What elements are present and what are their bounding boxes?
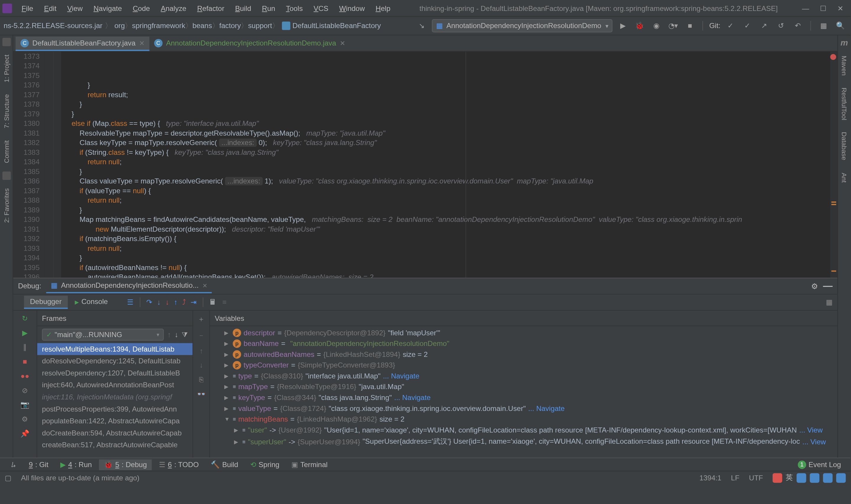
mute-breakpoints-icon[interactable]: ⊘ [22,386,28,394]
run-config-selector[interactable]: ▦ AnnotationDependencyInjectionResolutio… [432,19,613,33]
tool-window-database[interactable]: Database [841,128,848,164]
pin-icon[interactable]: 📌 [20,429,29,437]
tool-window-structure[interactable]: 7: Structure [3,91,10,132]
add-watch-icon[interactable]: ＋ [198,314,205,325]
tool-window-favorites[interactable]: 2: Favorites [3,185,10,227]
breadcrumb-segment[interactable]: support [248,21,272,30]
profile-icon[interactable]: ◔▾ [667,19,680,33]
back-icon[interactable]: ↘ [415,19,429,33]
tool-window-project[interactable]: 1: Project [3,51,10,86]
tray-icon[interactable] [810,473,819,482]
breadcrumb-class[interactable]: DefaultListableBeanFactory [292,22,381,30]
caret-position[interactable]: 1394:1 [700,473,722,482]
variable-row[interactable]: ▶≡ type = {Class@310} "interface java.ut… [213,371,835,382]
stack-frame[interactable]: createBean:517, AbstractAutowireCapable [37,439,193,451]
ime-icon[interactable] [773,473,782,482]
search-everywhere-icon[interactable]: 🔍 [834,19,847,33]
variable-row[interactable]: ▶≡ valueType = {Class@1724} "class org.x… [213,403,835,414]
step-into-icon[interactable]: ↓ [157,298,160,306]
settings-icon[interactable]: ⚙ [811,282,818,290]
navigate-link[interactable]: ... Navigate [383,372,419,380]
thread-selector[interactable]: ✓ "main"@...RUNNING ▾ [42,328,164,341]
history-icon[interactable]: ↺ [775,19,788,33]
view-link[interactable]: ... View [799,426,822,434]
variable-row[interactable]: ▶≡ mapType = {ResolvableType@1916} "java… [213,381,835,392]
layout-icon[interactable]: ▦ [826,298,832,306]
drop-frame-icon[interactable]: ⤴ [182,298,186,306]
jar-name[interactable]: ns-5.2.2.RELEASE-sources.jar [3,22,102,30]
bottom-tool-git[interactable]: 9: Git [24,459,53,470]
tool-window-maven[interactable]: Maven [841,52,848,79]
variable-row[interactable]: ▶≡ keyType = {Class@344} "class java.lan… [213,392,835,403]
hide-icon[interactable]: — [823,284,832,288]
commit-icon[interactable]: ✓ [741,19,754,33]
rerun-icon[interactable]: ↻ [22,314,28,323]
code-editor[interactable]: 1373137413751376137713781379138013811382… [13,52,837,278]
stack-frame[interactable]: postProcessProperties:399, AutowiredAnn [37,403,193,415]
step-out-icon[interactable]: ↑ [174,298,177,306]
step-over-icon[interactable]: ↷ [146,298,152,306]
prev-frame-icon[interactable]: ↑ [167,330,171,339]
close-tab-icon[interactable]: ✕ [139,39,144,47]
copy-icon[interactable]: ⎘ [199,376,203,384]
resume-icon[interactable]: ▶ [22,328,28,337]
view-link[interactable]: ... View [802,437,826,446]
tool-window-ant[interactable]: Ant [841,169,848,186]
filter-icon[interactable]: ⧩ [182,330,188,339]
update-project-icon[interactable]: ✓ [724,19,737,33]
breadcrumb-segment[interactable]: factory [219,21,241,30]
stack-frame[interactable]: populateBean:1422, AbstractAutowireCapa [37,415,193,427]
navigate-link[interactable]: ... Navigate [528,404,565,412]
up-icon[interactable]: ↑ [199,346,203,355]
menu-window[interactable]: Window [334,1,370,15]
breadcrumb-segment[interactable]: org [114,21,125,30]
breadcrumb-segment[interactable]: beans [192,21,212,30]
bottom-tool-spring[interactable]: ⟲ Spring [245,459,284,470]
next-frame-icon[interactable]: ↓ [175,330,178,339]
tool-windows-icon[interactable]: ▢ [5,473,11,482]
stop-button-icon[interactable]: ■ [684,19,697,33]
remove-watch-icon[interactable]: － [198,330,205,341]
bottom-tool-todo[interactable]: ☰ 6: TODO [154,459,204,470]
maven-m-icon[interactable]: m [841,38,848,47]
event-log[interactable]: 1 Event Log [793,459,846,470]
menu-code[interactable]: Code [128,1,155,15]
bottom-tool-run[interactable]: ▶ 4: Run [56,459,97,470]
code-area[interactable]: } return result; } } else if (Map.class … [61,52,837,278]
bottom-tool-build[interactable]: 🔨 Build [206,459,243,470]
debug-button-icon[interactable]: 🐞 [633,19,646,33]
breadcrumb-segment[interactable]: springframework [132,21,185,30]
stack-frame[interactable]: doResolveDependency:1245, DefaultListab [37,355,193,367]
threads-icon[interactable]: ☰ [127,298,133,306]
settings-icon[interactable]: ⚙ [22,415,28,424]
stack-frame[interactable]: resolveDependency:1207, DefaultListableB [37,367,193,379]
menu-vcs[interactable]: VCS [309,1,333,15]
stack-frame[interactable]: resolveMultipleBeans:1394, DefaultListab [37,343,193,355]
breakpoints-icon[interactable]: ●● [21,372,29,380]
tool-window-commit[interactable]: Commit [3,137,10,167]
maximize-icon[interactable]: ☐ [820,4,827,12]
variable-row[interactable]: ▶p autowiredBeanNames = {LinkedHashSet@1… [213,349,835,360]
dump-icon[interactable]: 📷 [20,401,29,409]
tray-icon[interactable] [797,473,806,482]
structure-icon[interactable]: ▦ [817,19,830,33]
bottom-tool-debug[interactable]: 🐞 5: Debug [99,459,151,470]
menu-build[interactable]: Build [231,1,256,15]
push-icon[interactable]: ↗ [758,19,771,33]
close-tab-icon[interactable]: ✕ [340,39,345,47]
menu-view[interactable]: View [62,1,88,15]
bottom-tool-terminal[interactable]: ▣ Terminal [287,459,332,470]
pause-icon[interactable]: ∥ [23,343,26,351]
navigate-link[interactable]: ... Navigate [394,394,431,402]
menu-file[interactable]: File [17,1,38,15]
variables-tree[interactable]: ▶p descriptor = {DependencyDescriptor@18… [210,326,837,457]
rollback-icon[interactable]: ↶ [791,19,804,33]
force-step-into-icon[interactable]: ↓ [165,298,169,306]
line-separator[interactable]: LF [731,473,739,482]
debug-session-tab[interactable]: ▦ AnnotationDependencyInjectionResolutio… [46,279,212,293]
stop-icon[interactable]: ■ [23,358,27,366]
menu-navigate[interactable]: Navigate [89,1,127,15]
stack-frame[interactable]: inject:116, InjectionMetadata (org.sprin… [37,391,193,403]
encoding[interactable]: UTF [749,473,763,482]
menu-help[interactable]: Help [371,1,395,15]
